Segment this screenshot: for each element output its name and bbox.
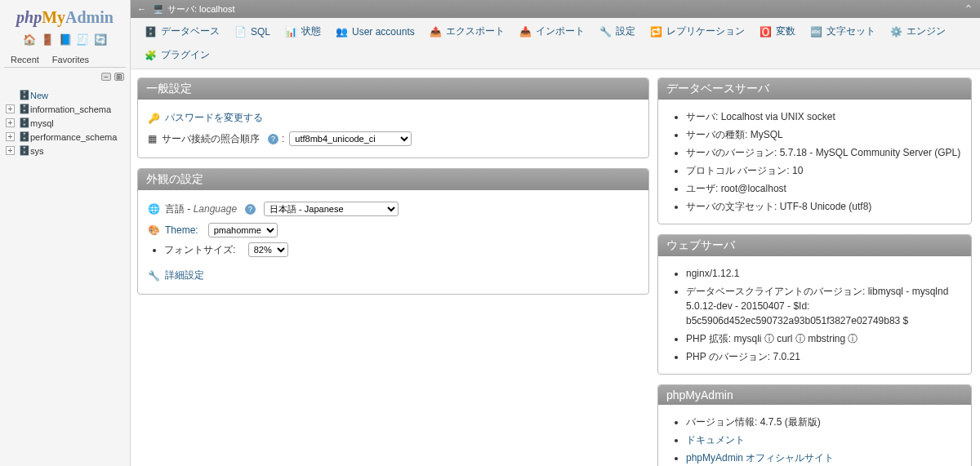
info-item: サーバの文字セット: UTF-8 Unicode (utf8) bbox=[686, 197, 961, 215]
menu-export[interactable]: 📤エクスポート bbox=[422, 20, 512, 43]
panel-title: データベースサーバ bbox=[658, 78, 971, 100]
theme-label[interactable]: Theme: bbox=[165, 224, 198, 236]
tab-recent[interactable]: Recent bbox=[4, 52, 46, 67]
menu-label: レプリケーション bbox=[666, 24, 745, 38]
menu-sql[interactable]: 📄SQL bbox=[227, 20, 278, 43]
language-row: 🌐 言語 - Language ? 日本語 - Japanese bbox=[148, 198, 639, 220]
export-icon: 📤 bbox=[430, 26, 442, 38]
collation-icon: ▦ bbox=[148, 133, 157, 144]
server-icon: 🖥️ bbox=[153, 4, 164, 15]
menu-label: 変数 bbox=[776, 24, 795, 38]
menu-plugins[interactable]: 🧩プラグイン bbox=[137, 43, 217, 67]
settings-icon: 🔧 bbox=[599, 26, 612, 38]
menu-label: エクスポート bbox=[446, 24, 505, 38]
panel-general-settings: 一般設定 🔑 パスワードを変更する ▦ サーバ接続の照合順序 ?: utf8mb… bbox=[137, 78, 649, 158]
menu-engines[interactable]: ⚙️エンジン bbox=[883, 20, 953, 43]
pma-link[interactable]: ドキュメント bbox=[686, 434, 745, 446]
pma-link[interactable]: phpMyAdmin オフィシャルサイト bbox=[686, 452, 834, 464]
menu-settings[interactable]: 🔧設定 bbox=[592, 20, 643, 43]
tree-db-item[interactable]: + 🗄️ mysql bbox=[4, 116, 126, 130]
menu-charset[interactable]: 🔤文字セット bbox=[803, 20, 883, 43]
logout-icon[interactable]: 🚪 bbox=[41, 33, 54, 46]
menu-variables[interactable]: 🅾️変数 bbox=[752, 20, 803, 43]
reload-icon[interactable]: 🔄 bbox=[94, 33, 107, 46]
help-icon[interactable]: ? bbox=[245, 204, 256, 215]
change-password-label: パスワードを変更する bbox=[165, 111, 263, 125]
tree-db-label: mysql bbox=[30, 118, 54, 128]
new-db-icon: 🗄️ bbox=[19, 90, 29, 100]
menu-label: プラグイン bbox=[161, 48, 210, 62]
db-server-info-list: サーバ: Localhost via UNIX socket サーバの種類: M… bbox=[668, 108, 961, 215]
info-item: バージョン情報: 4.7.5 (最新版) bbox=[686, 413, 961, 431]
sidebar: phpMyAdmin 🏠 🚪 📘 🧾 🔄 Recent Favorites − … bbox=[0, 0, 131, 466]
tree-db-item[interactable]: + 🗄️ sys bbox=[4, 144, 126, 158]
info-item: サーバ: Localhost via UNIX socket bbox=[686, 108, 961, 126]
menu-databases[interactable]: 🗄️データベース bbox=[137, 20, 227, 43]
tree-db-item[interactable]: + 🗄️ performance_schema bbox=[4, 130, 126, 144]
docs-icon[interactable]: 📘 bbox=[59, 33, 72, 46]
tab-favorites[interactable]: Favorites bbox=[46, 52, 96, 67]
panel-phpmyadmin: phpMyAdmin バージョン情報: 4.7.5 (最新版) ドキュメント p… bbox=[657, 384, 972, 466]
change-password-link[interactable]: 🔑 パスワードを変更する bbox=[148, 108, 639, 128]
menu-replication[interactable]: 🔁レプリケーション bbox=[643, 20, 752, 43]
theme-select[interactable]: pmahomme bbox=[208, 223, 278, 237]
tree-db-item[interactable]: + 🗄️ information_schema bbox=[4, 102, 126, 116]
theme-row: 🎨 Theme: pmahomme bbox=[148, 220, 639, 241]
sidebar-quick-icons: 🏠 🚪 📘 🧾 🔄 bbox=[4, 31, 126, 48]
menu-label: SQL bbox=[251, 26, 270, 38]
info-item: nginx/1.12.1 bbox=[686, 264, 961, 282]
breadcrumb[interactable]: サーバ: localhost bbox=[167, 3, 235, 16]
collapse-all-icon[interactable]: − bbox=[101, 73, 111, 81]
collation-select[interactable]: utf8mb4_unicode_ci bbox=[289, 131, 412, 146]
menu-label: 設定 bbox=[616, 24, 635, 38]
expand-icon[interactable]: + bbox=[6, 118, 15, 127]
menu-label: 状態 bbox=[301, 24, 321, 38]
info-item: PHP 拡張: mysqli ⓘ curl ⓘ mbstring ⓘ bbox=[686, 330, 961, 348]
variables-icon: 🅾️ bbox=[760, 26, 772, 38]
database-tree: 🗄️ New + 🗄️ information_schema + 🗄️ mysq… bbox=[4, 88, 126, 158]
panel-title: 外観の設定 bbox=[138, 169, 648, 190]
expand-all-icon[interactable]: ⊞ bbox=[114, 73, 124, 81]
info-item: データベースクライアントのバージョン: libmysql - mysqlnd 5… bbox=[686, 282, 961, 330]
sidebar-tabs: Recent Favorites bbox=[4, 52, 126, 68]
expand-icon[interactable]: + bbox=[6, 146, 15, 155]
panel-title: ウェブサーバ bbox=[658, 235, 971, 256]
language-select[interactable]: 日本語 - Japanese bbox=[264, 202, 399, 216]
expand-icon[interactable]: + bbox=[6, 104, 15, 113]
fontsize-select[interactable]: 82% bbox=[248, 242, 288, 257]
db-icon: 🗄️ bbox=[19, 118, 29, 128]
panel-title: 一般設定 bbox=[138, 78, 648, 100]
logo[interactable]: phpMyAdmin bbox=[4, 4, 126, 31]
more-settings-link[interactable]: 🔧 詳細設定 bbox=[148, 265, 639, 286]
panel-web-server: ウェブサーバ nginx/1.12.1 データベースクライアントのバージョン: … bbox=[657, 234, 972, 375]
tree-new-label: New bbox=[30, 91, 48, 100]
menu-label: User accounts bbox=[352, 26, 415, 38]
info-item: PHP のバージョン: 7.0.21 bbox=[686, 348, 961, 366]
fontsize-row: フォントサイズ: 82% bbox=[164, 241, 639, 259]
main: ← 🖥️ サーバ: localhost ⌃ 🗄️データベース 📄SQL 📊状態 … bbox=[131, 0, 980, 466]
import-icon: 📥 bbox=[519, 26, 532, 38]
more-settings-label: 詳細設定 bbox=[165, 269, 204, 282]
plugins-icon: 🧩 bbox=[145, 50, 157, 61]
sql-icon[interactable]: 🧾 bbox=[76, 33, 89, 46]
replication-icon: 🔁 bbox=[650, 26, 662, 38]
status-icon: 📊 bbox=[285, 26, 297, 38]
menu-status[interactable]: 📊状態 bbox=[278, 20, 328, 43]
home-icon[interactable]: 🏠 bbox=[23, 33, 36, 46]
menu-users[interactable]: 👥User accounts bbox=[328, 20, 422, 43]
expand-icon[interactable]: + bbox=[6, 132, 15, 141]
users-icon: 👥 bbox=[336, 26, 348, 38]
info-item: プロトコル バージョン: 10 bbox=[686, 162, 961, 180]
db-icon: 🗄️ bbox=[19, 131, 29, 142]
tree-new[interactable]: 🗄️ New bbox=[4, 88, 126, 102]
menu-label: 文字セット bbox=[826, 24, 875, 38]
help-icon[interactable]: ? bbox=[268, 134, 278, 144]
menu-import[interactable]: 📥インポート bbox=[512, 20, 592, 43]
back-icon[interactable]: ← bbox=[137, 4, 146, 14]
hide-panel-icon[interactable]: ⌃ bbox=[964, 2, 973, 16]
charset-icon: 🔤 bbox=[810, 26, 822, 38]
web-server-info-list: nginx/1.12.1 データベースクライアントのバージョン: libmysq… bbox=[668, 264, 961, 366]
topbar: ← 🖥️ サーバ: localhost ⌃ bbox=[131, 0, 980, 18]
tree-db-label: information_schema bbox=[30, 104, 111, 114]
db-icon: 🗄️ bbox=[19, 145, 29, 156]
